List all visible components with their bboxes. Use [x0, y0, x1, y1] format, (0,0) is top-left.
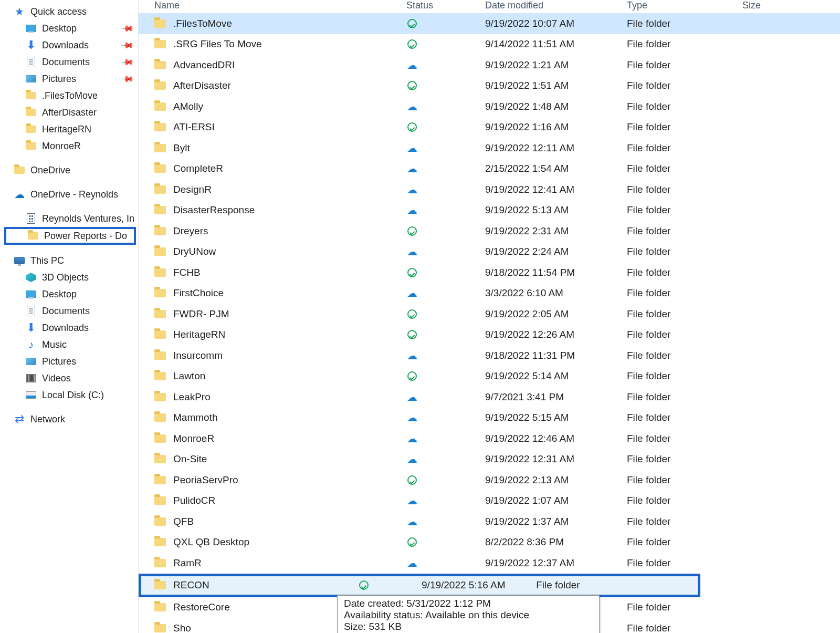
nav-pc-item[interactable]: 3D Objects — [4, 269, 138, 286]
file-type: File folder — [627, 101, 742, 112]
file-row[interactable]: QXL QB Desktop8/2/2022 8:36 PMFile folde… — [139, 532, 840, 553]
file-row[interactable]: Bylt☁9/19/2022 12:11 AMFile folder — [139, 138, 840, 159]
folder-icon — [25, 90, 37, 101]
file-type: File folder — [627, 453, 742, 465]
file-row[interactable]: Insurcomm☁9/18/2022 11:31 PMFile folder — [139, 345, 840, 366]
folder-icon — [154, 559, 166, 567]
nav-pc-item[interactable]: Documents — [4, 303, 138, 319]
folder-icon — [154, 413, 166, 422]
file-type: File folder — [627, 287, 742, 299]
nav-quick-access[interactable]: ★ Quick access — [4, 3, 138, 20]
file-row[interactable]: FirstChoice☁3/3/2022 6:10 AMFile folder — [139, 283, 840, 304]
nav-quick-item[interactable]: AfterDisaster — [4, 104, 138, 121]
sync-cloud-icon: ☁ — [406, 433, 418, 444]
file-type: File folder — [627, 557, 742, 569]
network-icon: ⇄ — [14, 413, 25, 425]
nav-label: Downloads — [42, 40, 89, 51]
star-icon: ★ — [14, 6, 25, 17]
file-type: File folder — [627, 267, 742, 278]
file-row[interactable]: AfterDisaster9/19/2022 1:51 AMFile folde… — [139, 76, 840, 97]
file-name: On-Site — [173, 453, 207, 465]
col-size-header[interactable]: Size — [742, 0, 811, 11]
nav-label: .FilesToMove — [42, 90, 98, 101]
nav-quick-item[interactable]: HeritageRN — [4, 121, 138, 138]
file-date: 9/19/2022 1:21 AM — [485, 59, 627, 71]
col-status-header[interactable]: Status — [406, 0, 485, 11]
nav-quick-item[interactable]: Desktop📌 — [4, 20, 138, 37]
file-row[interactable]: Mammoth☁9/19/2022 5:15 AMFile folder — [139, 408, 840, 429]
nav-label: Desktop — [42, 23, 77, 34]
nav-quick-item[interactable]: Documents📌 — [4, 54, 138, 70]
file-name: Bylt — [173, 142, 190, 154]
file-name: Sho — [173, 622, 191, 633]
sync-cloud-icon: ☁ — [406, 495, 418, 506]
nav-pc-item[interactable]: Desktop — [4, 286, 138, 303]
nav-network[interactable]: ⇄ Network — [4, 411, 138, 428]
nav-pc-item[interactable]: Videos — [4, 370, 138, 387]
nav-cloud-item[interactable]: Power Reports - Do — [4, 227, 136, 245]
sync-cloud-icon: ☁ — [406, 391, 418, 403]
doc-icon — [25, 305, 37, 317]
file-row[interactable]: FWDR- PJM9/19/2022 2:05 AMFile folder — [139, 304, 840, 325]
col-date-header[interactable]: Date modified — [485, 0, 627, 11]
file-name: RestoreCore — [173, 601, 230, 613]
sync-cloud-icon: ☁ — [406, 101, 418, 112]
file-row[interactable]: RamR☁9/19/2022 12:37 AMFile folder — [139, 553, 840, 574]
nav-cloud-item[interactable]: ☁OneDrive - Reynolds — [4, 186, 138, 203]
file-row[interactable]: QFB☁9/19/2022 1:37 AMFile folder — [139, 511, 840, 532]
file-row[interactable]: DryUNow☁9/19/2022 2:24 AMFile folder — [139, 242, 840, 263]
nav-pc-item[interactable]: ♪Music — [4, 336, 138, 353]
file-row[interactable]: LeakPro☁9/7/2021 3:41 PMFile folder — [139, 387, 840, 408]
nav-this-pc[interactable]: This PC — [4, 252, 138, 269]
col-name-header[interactable]: Name — [154, 0, 406, 11]
file-row[interactable]: Dreyers9/19/2022 2:31 AMFile folder — [139, 221, 840, 242]
file-row[interactable]: FCHB9/18/2022 11:54 PMFile folder — [139, 262, 840, 283]
file-row[interactable]: MonroeR☁9/19/2022 12:46 AMFile folder — [139, 428, 840, 449]
file-row[interactable]: DisasterResponse☁9/19/2022 5:13 AMFile f… — [139, 200, 840, 221]
nav-label: Documents — [42, 306, 90, 317]
file-name: ATI-ERSI — [173, 121, 215, 133]
folder-icon — [154, 102, 166, 111]
file-date: 9/19/2022 1:07 AM — [485, 495, 627, 506]
file-row[interactable]: PulidoCR☁9/19/2022 1:07 AMFile folder — [139, 491, 840, 512]
folder-icon — [154, 185, 166, 194]
file-row[interactable]: On-Site☁9/19/2022 12:31 AMFile folder — [139, 449, 840, 470]
nav-pc-item[interactable]: Pictures — [4, 353, 138, 370]
nav-label: Local Disk (C:) — [42, 390, 104, 401]
file-date: 9/19/2022 1:51 AM — [485, 80, 627, 91]
nav-quick-item[interactable]: MonroeR — [4, 138, 138, 154]
file-row[interactable]: Lawton9/19/2022 5:14 AMFile folder — [139, 366, 840, 387]
file-type: File folder — [627, 163, 742, 174]
file-row[interactable]: DesignR☁9/19/2022 12:41 AMFile folder — [139, 179, 840, 200]
folder-icon — [154, 624, 166, 632]
file-row[interactable]: AdvancedDRI☁9/19/2022 1:21 AMFile folder — [139, 55, 840, 76]
file-row[interactable]: .SRG Files To Move9/14/2022 11:51 AMFile… — [139, 34, 840, 55]
folder-icon — [154, 310, 166, 318]
file-row[interactable]: CompleteR☁2/15/2022 1:54 AMFile folder — [139, 159, 840, 180]
file-row[interactable]: ATI-ERSI9/19/2022 1:16 AMFile folder — [139, 117, 840, 138]
tooltip-size: Size: 531 KB — [344, 621, 593, 632]
nav-pc-item[interactable]: Local Disk (C:) — [4, 387, 138, 403]
file-name: CompleteR — [173, 163, 223, 174]
navigation-pane: ★ Quick access Desktop📌⬇Downloads📌Docume… — [0, 0, 139, 633]
file-name: Lawton — [173, 370, 205, 382]
file-type: File folder — [627, 121, 742, 133]
file-row[interactable]: HeritageRN9/19/2022 12:26 AMFile folder — [139, 325, 840, 346]
nav-quick-item[interactable]: ⬇Downloads📌 — [4, 37, 138, 54]
nav-pc-item[interactable]: ⬇Downloads — [4, 319, 138, 336]
file-name: Dreyers — [173, 225, 208, 237]
download-icon: ⬇ — [25, 39, 37, 51]
nav-quick-item[interactable]: .FilesToMove — [4, 87, 138, 104]
pics-icon — [25, 73, 37, 85]
col-type-header[interactable]: Type — [627, 0, 742, 11]
nav-cloud-item[interactable]: OneDrive — [4, 162, 138, 179]
nav-label: Pictures — [42, 356, 76, 367]
file-row[interactable]: .FilesToMove9/19/2022 10:07 AMFile folde… — [139, 13, 840, 34]
nav-label: Network — [30, 414, 65, 425]
file-row[interactable]: AMolly☁9/19/2022 1:48 AMFile folder — [139, 96, 840, 117]
nav-quick-item[interactable]: Pictures📌 — [4, 70, 138, 87]
file-name: HeritageRN — [173, 329, 225, 340]
nav-cloud-item[interactable]: Reynolds Ventures, In — [4, 210, 138, 227]
file-row[interactable]: RECON9/19/2022 5:16 AMFile folder — [139, 574, 700, 597]
file-row[interactable]: PeoriaServPro9/19/2022 2:13 AMFile folde… — [139, 470, 840, 491]
